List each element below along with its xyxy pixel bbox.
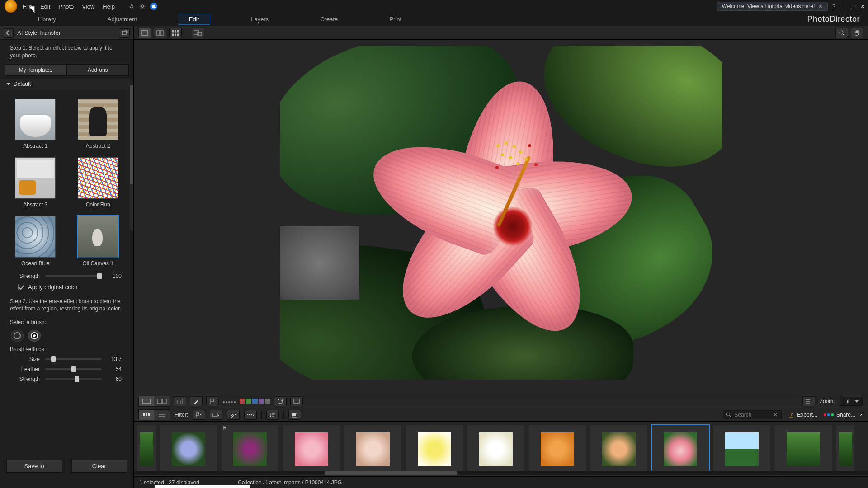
- rating-dots[interactable]: [222, 398, 236, 404]
- checkbox-apply-original-color[interactable]: Apply original color: [0, 281, 133, 293]
- slider-feather[interactable]: Feather 54: [0, 364, 133, 374]
- slider-label: Size: [12, 356, 40, 362]
- thumbnail-strip[interactable]: ⚑: [134, 421, 868, 476]
- view-grid-icon[interactable]: [169, 28, 182, 38]
- subtab-my-templates[interactable]: My Templates: [5, 64, 67, 76]
- gear-icon[interactable]: [139, 3, 146, 9]
- slider-brush-strength[interactable]: Strength 60: [0, 374, 133, 384]
- chevron-down-icon: [6, 83, 11, 85]
- popout-icon[interactable]: [120, 28, 130, 38]
- clear-search-icon[interactable]: ✕: [773, 412, 778, 418]
- view-compare-icon[interactable]: [154, 28, 166, 38]
- view-single-icon[interactable]: [138, 28, 151, 38]
- svg-rect-15: [198, 32, 202, 35]
- canvas-image[interactable]: [280, 46, 722, 380]
- template-ocean-blue[interactable]: Ocean Blue: [12, 216, 59, 267]
- template-abstract-1[interactable]: Abstract 1: [12, 99, 59, 149]
- thumbnail-item[interactable]: [775, 425, 832, 473]
- window-maximize[interactable]: ▢: [850, 3, 856, 10]
- search-field[interactable]: [734, 412, 770, 418]
- rotate-icon[interactable]: [274, 396, 287, 406]
- window-close[interactable]: ✕: [860, 3, 865, 10]
- slider-strength-effect[interactable]: Strength 100: [0, 271, 133, 281]
- list-settings-icon[interactable]: [802, 396, 815, 406]
- filter-flag-icon[interactable]: [193, 410, 205, 420]
- tab-edit[interactable]: Edit: [178, 14, 210, 25]
- sort-icon[interactable]: [266, 410, 279, 420]
- slider-size[interactable]: Size 13.7: [0, 354, 133, 364]
- zoom-select[interactable]: Fit: [840, 397, 863, 406]
- template-abstract-2[interactable]: Abstract 2: [75, 99, 122, 149]
- close-icon[interactable]: ✕: [818, 3, 823, 9]
- status-path: Collection / Latest Imports / P1000414.J…: [238, 479, 342, 486]
- menu-help[interactable]: Help: [103, 3, 115, 10]
- slider-track[interactable]: [45, 358, 102, 360]
- thumbnail-item[interactable]: [283, 425, 340, 473]
- thumbnail-item[interactable]: [137, 425, 156, 473]
- zoom-value: Fit: [844, 398, 849, 404]
- help-icon[interactable]: ?: [832, 3, 835, 9]
- panel-scrollbar[interactable]: [130, 85, 133, 230]
- subtab-add-ons[interactable]: Add-ons: [67, 64, 129, 76]
- tab-library[interactable]: Library: [27, 14, 67, 24]
- template-label: Ocean Blue: [21, 260, 50, 267]
- tab-create[interactable]: Create: [309, 14, 349, 24]
- thumbnail-item[interactable]: [467, 425, 524, 473]
- slider-track[interactable]: [45, 378, 102, 380]
- thumbnail-item[interactable]: [713, 425, 770, 473]
- section-default[interactable]: Default: [0, 78, 133, 90]
- svg-rect-11: [172, 34, 174, 36]
- thumbnail-item[interactable]: ⚑: [222, 425, 278, 473]
- notification-icon[interactable]: [150, 3, 157, 10]
- slider-track[interactable]: [45, 368, 102, 370]
- select-brush-label: Select a brush:: [0, 317, 133, 327]
- pan-tool-icon[interactable]: [851, 28, 863, 38]
- flag-icon[interactable]: [206, 396, 219, 406]
- svg-rect-13: [177, 34, 179, 36]
- template-color-run[interactable]: Color Run: [75, 157, 122, 208]
- histogram-icon[interactable]: [174, 396, 186, 406]
- compare-mode-toggle[interactable]: [138, 396, 170, 407]
- brush-icon[interactable]: [190, 396, 203, 406]
- back-button[interactable]: [4, 28, 14, 38]
- strip-scrollbar[interactable]: [134, 471, 868, 475]
- svg-rect-24: [213, 413, 217, 417]
- thumbnail-item[interactable]: [406, 425, 463, 473]
- menu-photo[interactable]: Photo: [58, 3, 74, 10]
- template-label: Abstract 3: [23, 202, 47, 208]
- brush-erase[interactable]: [11, 330, 24, 342]
- filter-more-icon[interactable]: [244, 410, 257, 420]
- svg-rect-3: [157, 31, 160, 35]
- save-to-button[interactable]: Save to: [6, 460, 62, 473]
- tab-layers[interactable]: Layers: [240, 14, 279, 24]
- stack-icon[interactable]: [288, 410, 301, 420]
- thumbnail-item[interactable]: [836, 425, 854, 473]
- export-button[interactable]: Export...: [788, 412, 817, 418]
- thumbnail-item[interactable]: [529, 425, 586, 473]
- tab-print[interactable]: Print: [378, 14, 412, 24]
- thumbnail-item[interactable]: [590, 425, 647, 473]
- filter-label-icon[interactable]: [210, 410, 222, 420]
- thumbnail-item-selected[interactable]: [652, 425, 709, 473]
- template-abstract-3[interactable]: Abstract 3: [12, 157, 59, 208]
- color-label-chips[interactable]: [240, 399, 270, 404]
- window-minimize[interactable]: —: [840, 3, 846, 10]
- menu-view[interactable]: View: [82, 3, 94, 10]
- undo-icon[interactable]: [128, 3, 135, 9]
- zoom-tool-icon[interactable]: [835, 28, 848, 38]
- strip-view-toggle[interactable]: [138, 409, 170, 420]
- tab-adjustment[interactable]: Adjustment: [97, 14, 148, 24]
- brush-restore[interactable]: [28, 330, 41, 342]
- slider-track[interactable]: [45, 275, 102, 277]
- welcome-banner[interactable]: Welcome! View all tutorial videos here! …: [717, 2, 828, 11]
- crop-icon[interactable]: [290, 396, 303, 406]
- clear-button[interactable]: Clear: [71, 460, 127, 473]
- menu-edit[interactable]: Edit: [40, 3, 50, 10]
- filter-edit-icon[interactable]: [227, 410, 240, 420]
- thumbnail-item[interactable]: [160, 425, 217, 473]
- thumbnail-item[interactable]: [344, 425, 401, 473]
- template-oil-canvas-1[interactable]: Oil Canvas 1: [75, 216, 122, 267]
- share-button[interactable]: Share...: [824, 412, 863, 418]
- secondary-display-icon[interactable]: [192, 28, 204, 38]
- search-input[interactable]: ✕: [723, 410, 782, 419]
